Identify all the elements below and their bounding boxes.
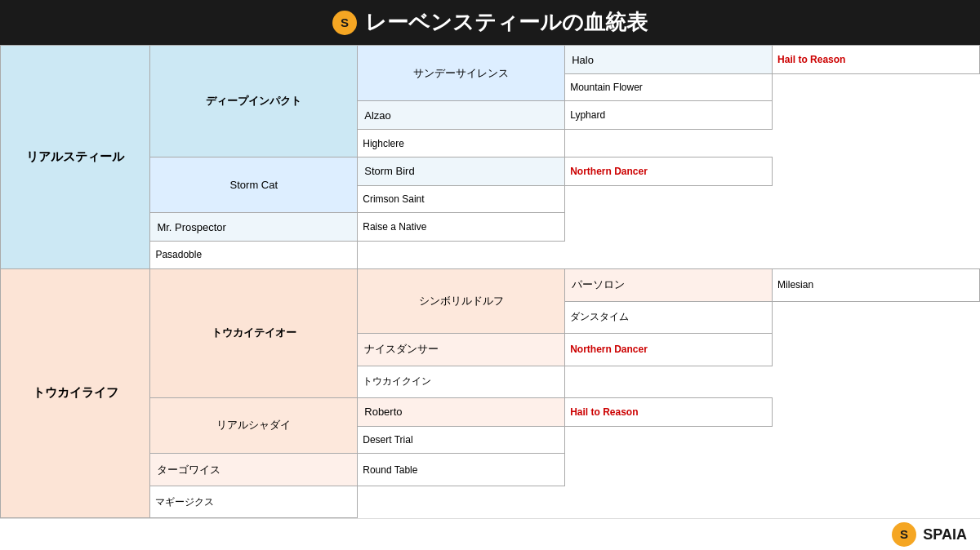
page-header: S レーベンスティールの血統表 [0, 0, 980, 45]
col4-gc: Halo [565, 46, 773, 74]
col1-bottom: トウカイライフ [1, 268, 150, 517]
svg-text:S: S [900, 527, 908, 541]
page-title: レーベンスティールの血統表 [365, 8, 648, 37]
col4-gc: Roberto [358, 397, 565, 426]
col5-great: Milesian [773, 268, 980, 301]
col5-great: Raise a Native [358, 213, 565, 242]
pedigree-table: リアルスティールディープインパクトサンデーサイレンスHaloHail to Re… [0, 45, 980, 518]
footer-logo-icon: S [892, 522, 916, 547]
col5-great: Northern Dancer [565, 157, 773, 185]
col5-great: Northern Dancer [565, 333, 773, 366]
col5-great: マギージクス [150, 486, 358, 518]
col1-top: リアルスティール [1, 46, 150, 269]
col5-great: Hail to Reason [773, 46, 980, 74]
col5-great: Highclere [358, 130, 565, 157]
col4-gc: パーソロン [565, 268, 773, 301]
col4-gc: Alzao [358, 101, 565, 130]
col4-gc: Mr. Prospector [150, 213, 358, 242]
col3-child: リアルシャダイ [150, 397, 358, 453]
col4-gc: Storm Bird [358, 157, 565, 185]
col5-great: Round Table [358, 453, 565, 486]
header-logo-icon: S [332, 11, 357, 35]
table-wrapper: リアルスティールディープインパクトサンデーサイレンスHaloHail to Re… [0, 45, 980, 518]
table-row: トウカイライフトウカイテイオーシンボリルドルフパーソロンMilesian [1, 268, 980, 301]
col2-parent: トウカイテイオー [150, 268, 358, 397]
col2-parent: ディープインパクト [150, 46, 358, 157]
col3-child: サンデーサイレンス [358, 46, 565, 101]
col5-great: Crimson Saint [358, 185, 565, 212]
col5-great: Hail to Reason [565, 397, 773, 426]
footer-brand: SPAIA [923, 526, 967, 543]
col3-child: シンボリルドルフ [358, 268, 565, 333]
svg-text:S: S [341, 16, 349, 29]
col5-great: Lyphard [565, 101, 773, 130]
col5-great: ダンスタイム [565, 301, 773, 333]
col4-gc: ナイスダンサー [358, 333, 565, 366]
col3-child: Storm Cat [150, 157, 358, 212]
page-footer: S SPAIA [0, 518, 980, 550]
col5-great: Desert Trial [358, 426, 565, 453]
col5-great: トウカイクイン [358, 366, 565, 397]
col5-great: Pasadoble [150, 242, 358, 268]
col4-gc: ターゴワイス [150, 453, 358, 486]
col5-great: Mountain Flower [565, 74, 773, 101]
page-container: S レーベンスティールの血統表 リアルスティールディープインパクトサンデーサイレ… [0, 0, 980, 550]
table-row: リアルスティールディープインパクトサンデーサイレンスHaloHail to Re… [1, 46, 980, 74]
